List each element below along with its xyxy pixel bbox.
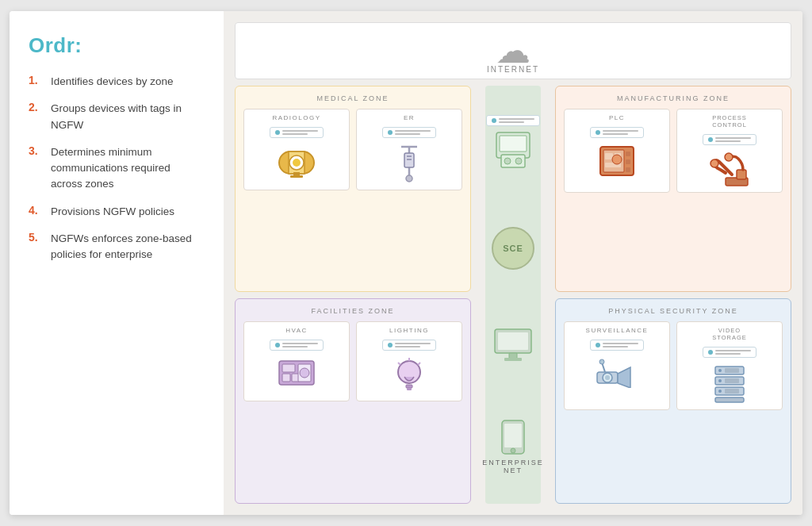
monitor-svg [492, 326, 534, 363]
enterprise-net-label: ENTERPRISE NET [477, 459, 549, 474]
svg-line-22 [398, 363, 400, 365]
surveillance-divider [568, 337, 666, 353]
fw-dot [275, 343, 280, 347]
hvac-icon [276, 356, 317, 388]
physical-security-zone-label: PHYSICAL SECURITY ZONE [564, 307, 783, 315]
facilities-zone: FACILITIES ZONE HVAC [235, 298, 471, 505]
svg-point-44 [612, 155, 622, 164]
hvac-cell: HVAC [243, 321, 350, 401]
svg-line-23 [418, 363, 420, 365]
svg-rect-14 [282, 374, 290, 382]
list-text: Provisions NGFW policies [51, 204, 174, 220]
svg-point-59 [718, 379, 722, 382]
internet-bar: ☁ INTERNET [235, 22, 791, 79]
physical-security-zone-grid: SURVEILLANCE [564, 321, 783, 410]
light-icon [395, 356, 423, 396]
manufacturing-zone: MANUFACTURING ZONE PLC [555, 86, 791, 292]
sce-circle: SCE [492, 227, 534, 270]
fw-box [590, 340, 644, 351]
list-number: 4. [29, 204, 43, 217]
svg-point-47 [710, 159, 718, 167]
fw-line [603, 343, 638, 344]
list-text: Determines minimum communications requir… [51, 144, 205, 193]
fw-line [499, 121, 524, 123]
svg-rect-13 [282, 364, 295, 372]
process-control-label: PROCESSCONTROL [712, 114, 747, 129]
plc-icon [597, 144, 637, 179]
svg-rect-5 [290, 175, 303, 178]
svg-point-53 [599, 359, 604, 364]
er-cell: ER [356, 109, 462, 190]
cloud-icon: ☁ [496, 33, 530, 68]
er-label: ER [404, 114, 415, 121]
lighting-label: LIGHTING [389, 327, 429, 334]
lighting-divider [360, 337, 458, 353]
surveillance-label: SURVEILLANCE [586, 327, 649, 334]
fw-lines [603, 130, 638, 135]
plc-cell: PLC [564, 109, 670, 193]
fw-lines [395, 343, 431, 347]
hvac-label: HVAC [285, 327, 308, 334]
mri-icon [276, 144, 317, 179]
svg-rect-57 [715, 397, 744, 402]
fw-dot [596, 343, 600, 347]
fw-line [715, 350, 751, 351]
fw-line [395, 346, 420, 347]
plc-label: PLC [609, 114, 625, 121]
fw-line [282, 346, 308, 347]
svg-rect-62 [725, 378, 739, 383]
fw-dot [708, 350, 713, 355]
right-zones: MANUFACTURING ZONE PLC [555, 86, 791, 504]
fw-lines [395, 130, 431, 135]
fw-line [715, 353, 741, 355]
svg-point-48 [725, 153, 733, 161]
radiology-cell: RADIOLOGY [243, 109, 350, 190]
center-monitor [492, 326, 534, 363]
list-item: 3. Determines minimum communications req… [29, 144, 205, 193]
plc-divider [568, 125, 666, 140]
internet-label: INTERNET [487, 65, 539, 74]
fw-box [270, 340, 324, 351]
process-control-cell: PROCESSCONTROL [676, 109, 783, 193]
svg-point-11 [406, 175, 412, 182]
svg-point-35 [511, 448, 515, 453]
fw-dot [708, 137, 713, 142]
server-icon [712, 363, 747, 405]
fw-lines [282, 343, 318, 347]
fw-line [395, 130, 431, 132]
fw-dot [492, 118, 496, 123]
feature-list: 1. Identifies devices by zone 2. Groups … [29, 74, 205, 263]
svg-point-51 [605, 375, 610, 380]
center-tablet: ENTERPRISE NET [477, 419, 549, 474]
fw-box [382, 340, 436, 351]
fw-dot [388, 343, 393, 347]
hvac-divider [247, 337, 346, 353]
list-number: 2. [29, 101, 43, 113]
svg-rect-38 [605, 153, 613, 159]
facilities-zone-grid: HVAC [243, 321, 462, 401]
fw-box [703, 347, 756, 358]
fw-dot [388, 130, 393, 135]
fw-line [603, 130, 638, 132]
medical-zone: MEDICAL ZONE RADIOLOGY [235, 86, 471, 292]
robot-icon [708, 151, 751, 187]
svg-rect-42 [626, 159, 630, 164]
left-panel: Ordr: 1. Identifies devices by zone 2. G… [10, 11, 224, 515]
medical-zone-grid: RADIOLOGY [243, 109, 462, 190]
svg-rect-8 [404, 153, 414, 167]
svg-point-60 [718, 390, 722, 393]
svg-rect-46 [737, 170, 746, 179]
phone-svg [493, 129, 533, 171]
fw-box [270, 127, 324, 138]
fw-box [382, 127, 436, 138]
center-phone [486, 115, 540, 171]
fw-lines [715, 137, 751, 142]
svg-rect-20 [407, 388, 412, 390]
svg-rect-43 [626, 167, 630, 172]
list-item: 5. NGFWs enforces zone-based policies fo… [29, 231, 205, 263]
main-container: Ordr: 1. Identifies devices by zone 2. G… [10, 11, 802, 515]
list-item: 1. Identifies devices by zone [29, 74, 205, 90]
video-storage-cell: VIDEOSTORAGE [676, 321, 783, 410]
list-text: Groups devices with tags in NGFW [51, 101, 205, 133]
manufacturing-zone-grid: PLC [564, 109, 783, 193]
